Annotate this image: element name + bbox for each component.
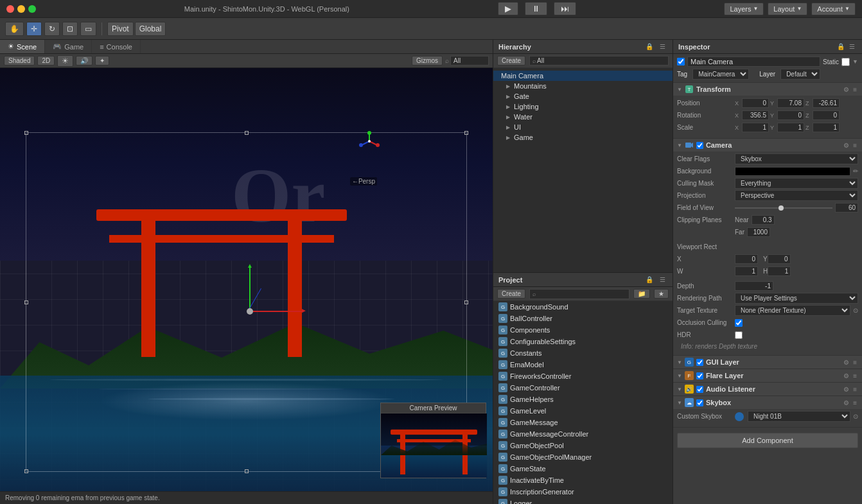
hand-tool[interactable]: ✋ bbox=[5, 22, 24, 36]
project-item[interactable]: GComponents bbox=[493, 324, 673, 336]
position-z-input[interactable] bbox=[813, 98, 840, 108]
position-y-input[interactable] bbox=[777, 98, 804, 108]
project-lock-btn[interactable]: 🔒 bbox=[644, 276, 655, 283]
rect-tool[interactable]: ▭ bbox=[80, 22, 96, 36]
project-item[interactable]: GGameMessageController bbox=[493, 428, 673, 440]
static-checkbox[interactable] bbox=[841, 58, 850, 66]
audio-button[interactable]: 🔊 bbox=[76, 56, 92, 65]
tag-dropdown[interactable]: MainCamera bbox=[692, 69, 749, 80]
layer-dropdown[interactable]: Default bbox=[780, 69, 820, 80]
hierarchy-search-input[interactable] bbox=[537, 57, 665, 64]
project-item[interactable]: GGameController bbox=[493, 382, 673, 394]
hier-item-mountains[interactable]: ▶ Mountains bbox=[493, 81, 673, 91]
lighting-button[interactable]: ☀ bbox=[57, 55, 73, 67]
audio-listener-header[interactable]: ▼ 🔊 Audio Listener ⚙ ≡ bbox=[673, 383, 862, 395]
camera-menu-icon[interactable]: ≡ bbox=[852, 142, 858, 149]
project-item[interactable]: GConfigurableSettings bbox=[493, 336, 673, 347]
move-tool[interactable]: ✛ bbox=[26, 22, 42, 36]
project-item[interactable]: GFireworksController bbox=[493, 370, 673, 382]
skybox-header[interactable]: ▼ ☁ Skybox ⚙ ≡ bbox=[673, 396, 862, 409]
maximize-button[interactable] bbox=[28, 5, 36, 13]
rotation-y-input[interactable] bbox=[777, 110, 804, 120]
target-texture-pick-icon[interactable]: ⊙ bbox=[853, 307, 858, 314]
close-button[interactable] bbox=[6, 5, 14, 13]
project-item[interactable]: GInactivateByTime bbox=[493, 474, 673, 486]
occlusion-checkbox[interactable] bbox=[735, 319, 743, 327]
rotate-tool[interactable]: ↻ bbox=[44, 22, 60, 36]
hierarchy-lock-btn[interactable]: 🔒 bbox=[644, 43, 655, 50]
rotation-z-input[interactable] bbox=[813, 110, 840, 120]
target-texture-select[interactable]: None (Render Texture) bbox=[735, 305, 850, 316]
hier-item-game[interactable]: ▶ Game bbox=[493, 132, 673, 143]
project-folder-btn[interactable]: 📁 bbox=[633, 289, 650, 299]
gui-layer-menu-icon[interactable]: ≡ bbox=[852, 359, 858, 366]
flare-layer-menu-icon[interactable]: ≡ bbox=[852, 372, 858, 379]
play-button[interactable]: ▶ bbox=[498, 2, 518, 15]
culling-mask-select[interactable]: Everything bbox=[735, 178, 858, 189]
clear-flags-select[interactable]: Skybox bbox=[735, 153, 858, 164]
viewport-w-input[interactable] bbox=[735, 266, 758, 276]
flare-layer-checkbox[interactable] bbox=[696, 372, 703, 379]
project-item[interactable]: GLogger bbox=[493, 498, 673, 504]
hier-item-main-camera[interactable]: Main Camera bbox=[493, 71, 673, 81]
minimize-button[interactable] bbox=[17, 5, 25, 13]
project-item[interactable]: GGameMessage bbox=[493, 417, 673, 428]
camera-settings-icon[interactable]: ⚙ bbox=[842, 142, 850, 149]
tab-console[interactable]: ≡ Console bbox=[92, 40, 141, 53]
skybox-checkbox[interactable] bbox=[696, 399, 703, 406]
rendering-select[interactable]: Use Player Settings bbox=[735, 293, 858, 304]
project-item[interactable]: GBackgroundSound bbox=[493, 301, 673, 313]
scale-y-input[interactable] bbox=[777, 123, 804, 132]
scene-view[interactable]: Or ▲ bbox=[0, 68, 493, 491]
fx-button[interactable]: ✦ bbox=[95, 56, 109, 65]
flare-layer-settings-icon[interactable]: ⚙ bbox=[842, 372, 850, 379]
flare-layer-header[interactable]: ▼ F Flare Layer ⚙ ≡ bbox=[673, 369, 862, 382]
viewport-y-input[interactable] bbox=[768, 254, 791, 264]
step-button[interactable]: ⏭ bbox=[554, 2, 576, 15]
hier-item-gate[interactable]: ▶ Gate bbox=[493, 91, 673, 101]
viewport-h-input[interactable] bbox=[768, 266, 791, 276]
camera-active-checkbox[interactable] bbox=[696, 142, 703, 149]
layout-dropdown[interactable]: Layout ▼ bbox=[768, 3, 807, 15]
scale-x-input[interactable] bbox=[742, 123, 769, 132]
hdr-checkbox[interactable] bbox=[735, 331, 743, 339]
audio-listener-checkbox[interactable] bbox=[696, 386, 703, 393]
project-item[interactable]: GEmaModel bbox=[493, 359, 673, 370]
scale-z-input[interactable] bbox=[813, 123, 840, 132]
gui-layer-header[interactable]: ▼ G GUI Layer ⚙ ≡ bbox=[673, 356, 862, 369]
hier-item-ui[interactable]: ▶ UI bbox=[493, 122, 673, 132]
camera-header[interactable]: ▼ Camera ⚙ ≡ bbox=[673, 139, 862, 152]
inspector-lock-btn[interactable]: 🔒 bbox=[837, 43, 845, 50]
custom-skybox-select[interactable]: Night 01B bbox=[748, 411, 850, 422]
account-dropdown[interactable]: Account ▼ bbox=[811, 3, 856, 15]
far-input[interactable] bbox=[747, 227, 770, 237]
audio-listener-menu-icon[interactable]: ≡ bbox=[852, 386, 858, 393]
pivot-button[interactable]: Pivot bbox=[107, 22, 134, 36]
project-item[interactable]: GGameLevel bbox=[493, 405, 673, 417]
project-item[interactable]: GBallController bbox=[493, 313, 673, 324]
skybox-menu-icon[interactable]: ≡ bbox=[852, 399, 858, 406]
skybox-settings-icon[interactable]: ⚙ bbox=[842, 399, 850, 406]
fov-slider[interactable] bbox=[735, 207, 832, 209]
gui-layer-checkbox[interactable] bbox=[696, 359, 703, 366]
audio-listener-settings-icon[interactable]: ⚙ bbox=[842, 386, 850, 393]
rotation-x-input[interactable] bbox=[742, 110, 769, 120]
scene-search[interactable] bbox=[450, 56, 489, 65]
inspector-name-field[interactable] bbox=[687, 56, 820, 67]
project-item[interactable]: GGameObjectPool bbox=[493, 440, 673, 451]
project-item[interactable]: GGameState bbox=[493, 463, 673, 474]
project-item[interactable]: GInscriptionGenerator bbox=[493, 486, 673, 498]
tab-game[interactable]: 🎮 Game bbox=[45, 40, 92, 53]
inspector-active-checkbox[interactable] bbox=[677, 58, 685, 65]
transform-menu-icon[interactable]: ≡ bbox=[852, 86, 858, 93]
skybox-pick-icon[interactable]: ⊙ bbox=[853, 413, 858, 420]
viewport-x-input[interactable] bbox=[735, 254, 758, 264]
twod-button[interactable]: 2D bbox=[37, 56, 55, 65]
gui-layer-settings-icon[interactable]: ⚙ bbox=[842, 359, 850, 366]
transform-header[interactable]: ▼ T Transform ⚙ ≡ bbox=[673, 83, 862, 96]
fov-input[interactable] bbox=[835, 203, 858, 213]
project-item[interactable]: GGameObjectPoolManager bbox=[493, 451, 673, 463]
global-button[interactable]: Global bbox=[135, 22, 166, 36]
project-item[interactable]: GGameHelpers bbox=[493, 394, 673, 405]
project-search-input[interactable] bbox=[537, 290, 626, 297]
